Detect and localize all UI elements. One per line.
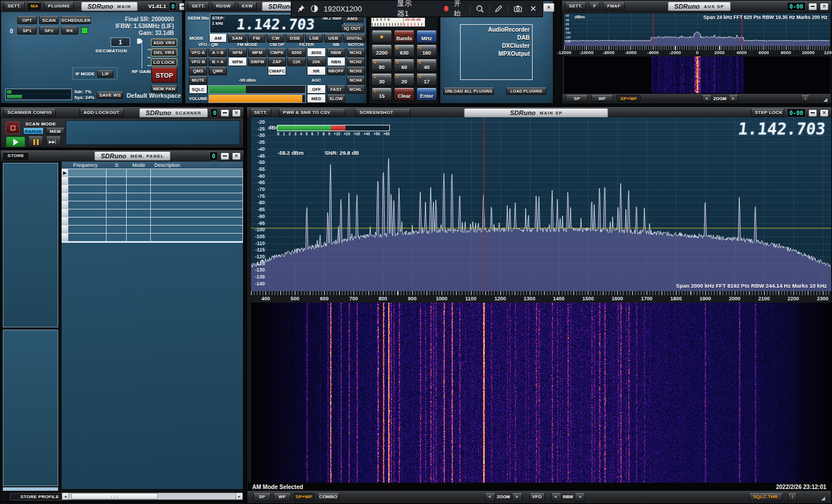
mem-table-row[interactable]	[62, 185, 243, 193]
mem-table-row[interactable]	[62, 177, 243, 185]
aux-title-plate[interactable]: SDRuno AUX SP	[668, 2, 731, 11]
rx-mode-cw[interactable]: CW	[267, 34, 284, 43]
numpad-key-60[interactable]: 605	[394, 59, 415, 72]
aux-spwf-button[interactable]: SP+WF	[617, 95, 641, 102]
screenshot-button[interactable]: SCREENSHOT	[355, 109, 411, 117]
rx-sett-button[interactable]: SETT.	[188, 2, 209, 11]
rx-btn-nbw[interactable]: NBW	[327, 48, 345, 57]
aux-zoom-in-button[interactable]: >	[728, 95, 738, 102]
numpad-key-enter[interactable]: Enter	[416, 88, 437, 101]
if-mode-value-button[interactable]: LIF	[97, 70, 113, 78]
rx-mode-dsb[interactable]: DSB	[286, 34, 303, 43]
camera-icon[interactable]	[514, 5, 522, 13]
row-selector[interactable]: ▶	[62, 169, 69, 177]
plugin-item-mpxoutput[interactable]: MPXOutput	[463, 50, 530, 58]
plugins-list[interactable]: AudioRecorderDABDXClusterMPXOutput	[460, 24, 533, 80]
scanner-title-plate[interactable]: SDRuno SCANNER	[139, 108, 208, 117]
row-selector[interactable]	[62, 226, 69, 233]
rx-btn-vfo-a[interactable]: VFO A	[189, 48, 207, 57]
combo-button[interactable]: COMBO	[317, 493, 339, 501]
rx-btn-qmr[interactable]: QMR	[208, 67, 227, 75]
numpad-key-160[interactable]: 1609	[416, 45, 437, 58]
plugin-item-dab[interactable]: DAB	[463, 34, 530, 42]
decimation-value[interactable]: 1	[111, 37, 130, 47]
mainsp-sp-button[interactable]: SP	[253, 493, 271, 501]
numpad-key-17[interactable]: 173	[416, 74, 437, 86]
scan-pause-button[interactable]	[28, 136, 43, 147]
numpad-key-80[interactable]: 804	[371, 59, 392, 72]
aux-sett-button[interactable]: SETT.	[565, 2, 586, 11]
rx-btn-nbn[interactable]: NBN	[327, 58, 345, 66]
mem-table-row[interactable]	[62, 201, 243, 209]
mainsp-spwf-button[interactable]: SP+WF	[294, 493, 314, 501]
rx-btn-8000[interactable]: 8000	[307, 48, 325, 57]
numpad-key-30[interactable]: 301	[371, 74, 392, 86]
rx-btn-nch1[interactable]: NCH1	[347, 48, 365, 57]
exw-button[interactable]: EXW	[238, 2, 257, 11]
mem-bank-box-1[interactable]	[3, 163, 58, 327]
numpad-key-20[interactable]: 202	[394, 74, 415, 86]
store-profile-button[interactable]: STORE PROFILE	[10, 493, 70, 501]
mem-table-row[interactable]	[62, 217, 243, 226]
contrast-icon[interactable]	[310, 5, 318, 13]
rx-btn-med[interactable]: MED	[307, 94, 325, 103]
aux-resize-handle[interactable]	[823, 93, 827, 104]
row-selector[interactable]	[62, 177, 69, 185]
pin-icon[interactable]	[297, 5, 305, 13]
opt-button[interactable]: OPT	[17, 16, 37, 24]
save-ws-button[interactable]: SAVE WS	[97, 91, 123, 99]
magnifier-icon[interactable]	[476, 5, 484, 13]
hidden-window-close-button[interactable]	[543, 3, 554, 12]
rx-btn-slow[interactable]: SLOW	[327, 94, 345, 103]
rx-btn-vfo-b[interactable]: VFO B	[189, 58, 207, 66]
col-frequency[interactable]: Frequency	[69, 162, 107, 168]
mainsp-title-plate[interactable]: SDRuno MAIN SP	[464, 108, 608, 117]
rx-btn-qms[interactable]: QMS	[189, 67, 207, 75]
mainsp-resize-handle[interactable]	[821, 492, 825, 502]
rx-btn-sqlc[interactable]: SQLC	[189, 85, 207, 94]
numpad-key-630[interactable]: 6308	[394, 45, 415, 58]
lo-lock-button[interactable]: LO LOCK	[151, 58, 177, 66]
step-lock-button[interactable]: STEP LOCK	[751, 109, 784, 117]
aux-close-button[interactable]	[820, 3, 829, 10]
scan-skip-button[interactable]: ▶▶▏	[46, 136, 61, 147]
mem-table-row[interactable]	[62, 193, 243, 201]
scroll-thumb[interactable]: | | |	[71, 493, 158, 499]
rx-mode-digital[interactable]: DIGITAL	[343, 34, 366, 43]
row-selector[interactable]	[62, 193, 69, 201]
scanner-stop-button[interactable]	[6, 121, 20, 134]
mem-h-scrollbar[interactable]: ◄ | | | ►	[62, 492, 243, 500]
rx-mode-lsb[interactable]: LSB	[305, 34, 323, 43]
rx-mode-usb[interactable]: USB	[324, 34, 342, 43]
squelch-bar[interactable]	[208, 85, 306, 94]
scan-play-button[interactable]	[6, 136, 25, 147]
aux-minimize-button[interactable]	[808, 3, 817, 10]
stop-button[interactable]: STOP	[151, 67, 177, 83]
numpad-key-mhz[interactable]: MHz	[416, 30, 437, 43]
pwr-snr-csv-button[interactable]: PWR & SNR TO CSV	[279, 109, 345, 117]
mainsp-info-button[interactable]: i	[788, 493, 797, 501]
main-sett-button[interactable]: SETT.	[3, 2, 25, 11]
rx-btn-20k[interactable]: 20K	[307, 58, 325, 66]
sqlc-thr-button[interactable]: SQLC THR.	[749, 493, 782, 501]
main-waterfall[interactable]	[251, 303, 831, 483]
rx-mode-am[interactable]: AM	[209, 34, 227, 43]
mem-table-row[interactable]	[62, 209, 243, 217]
unload-all-plugins-button[interactable]: UNLOAD ALL PLUGINS	[443, 87, 494, 95]
aux-wf-button[interactable]: WF	[591, 95, 613, 102]
rx-btn-mfm[interactable]: MFM	[248, 48, 267, 57]
scanner-minimize-button[interactable]	[221, 109, 229, 117]
scroll-left-arrow[interactable]: ◄	[62, 493, 69, 499]
mem-bank-box-2[interactable]	[3, 330, 58, 486]
store-button[interactable]: STORE	[3, 152, 28, 161]
rf-gain-slider[interactable]	[142, 41, 142, 68]
row-selector[interactable]	[62, 209, 69, 217]
mainsp-minimize-button[interactable]	[808, 109, 817, 117]
mem-table-row[interactable]	[62, 226, 243, 234]
rx-btn-swfm[interactable]: SWFM	[248, 58, 267, 66]
rbw-down-button[interactable]: <	[551, 493, 561, 501]
aux-fmaf-button[interactable]: FMAF	[603, 2, 624, 11]
row-selector[interactable]	[62, 234, 69, 241]
rx-btn-nchl[interactable]: NCHL	[347, 85, 365, 94]
main-title-plate[interactable]: SDRuno MAIN	[81, 2, 138, 11]
